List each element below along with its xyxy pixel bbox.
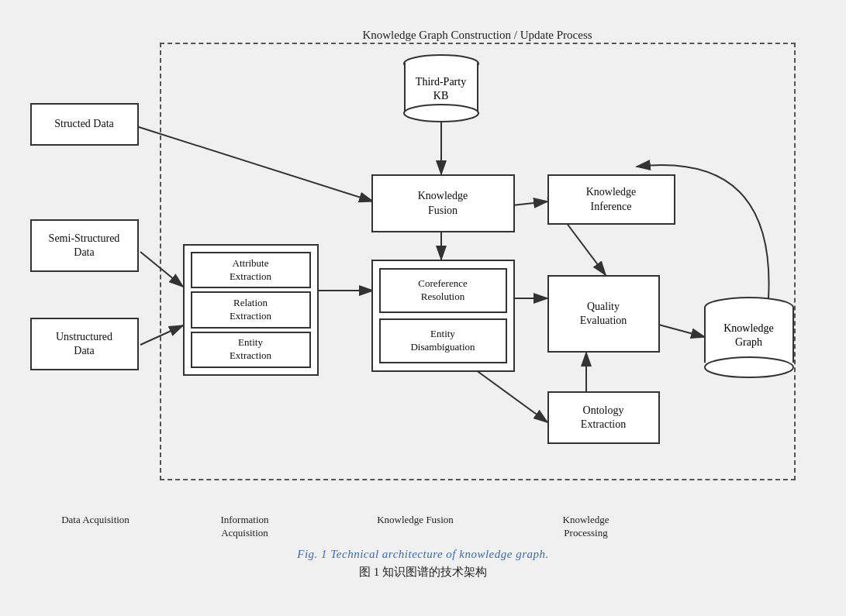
caption-area: Fig. 1 Technical architecture of knowled… <box>297 548 548 580</box>
relation-extraction-node: Relation Extraction <box>191 291 311 328</box>
label-knowledge-fusion: Knowledge Fusion <box>330 514 501 540</box>
third-party-kb-node: Third-Party KB <box>402 54 480 122</box>
structured-data-node: Structed Data <box>30 103 139 146</box>
knowledge-fusion-node: Knowledge Fusion <box>371 174 515 232</box>
caption-english: Fig. 1 Technical architecture of knowled… <box>297 548 548 561</box>
entity-extraction-node: Entity Extraction <box>191 332 311 368</box>
svg-point-16 <box>705 357 793 377</box>
semi-structured-data-node: Semi-Structured Data <box>30 219 139 272</box>
knowledge-graph-node: Knowledge Graph <box>703 297 796 378</box>
main-container: Knowledge Graph Construction / Update Pr… <box>0 0 846 616</box>
knowledge-inference-node: Knowledge Inference <box>547 174 675 225</box>
third-party-kb-label: Third-Party KB <box>416 75 466 103</box>
dashed-label: Knowledge Graph Construction / Update Pr… <box>358 29 596 42</box>
coreference-resolution-node: Coreference Resolution <box>379 268 507 313</box>
label-data-acquisition: Data Acquisition <box>16 514 160 540</box>
label-knowledge-processing: Knowledge Processing <box>501 514 672 540</box>
caption-chinese: 图 1 知识图谱的技术架构 <box>297 565 548 580</box>
unstructured-data-node: Unstructured Data <box>30 318 139 370</box>
knowledge-graph-label: Knowledge Graph <box>723 322 774 349</box>
attribute-extraction-node: Attribute Extraction <box>191 252 311 288</box>
entity-disambiguation-node: Entity Disambiguation <box>379 318 507 363</box>
quality-evaluation-node: Quality Evaluation <box>547 275 660 353</box>
diagram-area: Knowledge Graph Construction / Update Pr… <box>16 12 830 508</box>
bottom-labels: Data Acquisition Information Acquisition… <box>16 514 830 540</box>
label-information-acquisition: Information Acquisition <box>160 514 330 540</box>
info-acquisition-group: Attribute Extraction Relation Extraction… <box>183 244 319 376</box>
ontology-extraction-node: Ontology Extraction <box>547 391 660 444</box>
coref-disambig-group: Coreference Resolution Entity Disambigua… <box>371 260 515 372</box>
